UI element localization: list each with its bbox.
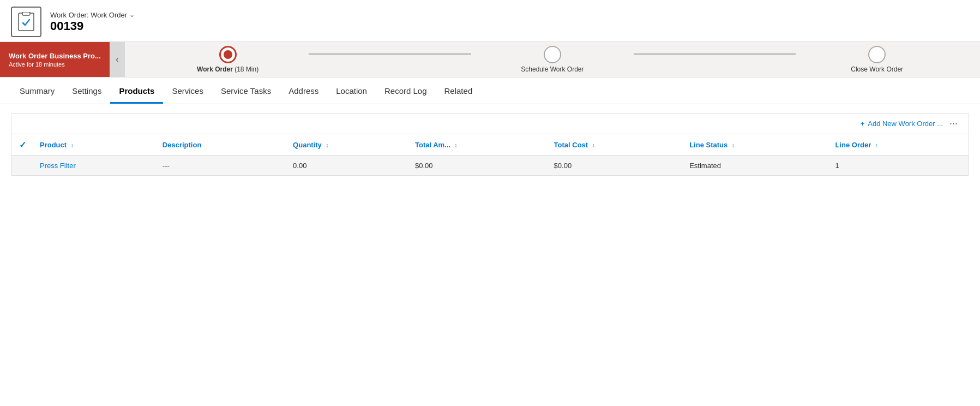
row-product-cell[interactable]: Press Filter: [33, 156, 156, 176]
table-header-row: ✓ Product ↕ Description Quantity ↕ Total: [11, 134, 969, 156]
header-number: 00139: [50, 19, 135, 33]
row-total-cost-cell: $0.00: [548, 156, 683, 176]
bpf-stage-work-order[interactable]: Work Order (18 Min): [147, 46, 309, 73]
products-table: ✓ Product ↕ Description Quantity ↕ Total: [11, 134, 969, 175]
row-quantity-cell: 0.00: [286, 156, 408, 176]
table-toolbar: + Add New Work Order ... ···: [11, 114, 969, 134]
bpf-label-schedule: Schedule Work Order: [521, 65, 584, 73]
tab-location[interactable]: Location: [327, 80, 376, 104]
svg-rect-0: [19, 13, 34, 31]
tab-service-tasks[interactable]: Service Tasks: [212, 80, 280, 104]
work-order-icon: [11, 7, 41, 37]
col-description[interactable]: Description: [156, 134, 286, 156]
col-line-order[interactable]: Line Order ↑: [828, 134, 969, 156]
tab-summary[interactable]: Summary: [11, 80, 63, 104]
tab-products[interactable]: Products: [110, 80, 163, 104]
bpf-circle-close: [868, 46, 886, 63]
sort-total-cost-icon[interactable]: ↕: [592, 142, 595, 148]
chevron-down-icon[interactable]: ⌄: [129, 11, 135, 19]
row-select-cell[interactable]: [11, 156, 33, 176]
products-table-container: + Add New Work Order ... ··· ✓ Product ↕…: [11, 113, 969, 176]
sort-line-order-icon[interactable]: ↑: [875, 142, 878, 148]
bpf-active-subtitle: Active for 18 minutes: [9, 61, 101, 68]
svg-rect-1: [22, 12, 30, 15]
row-total-amount-cell: $0.00: [408, 156, 548, 176]
col-quantity[interactable]: Quantity ↕: [286, 134, 408, 156]
row-line-order-cell: 1: [828, 156, 969, 176]
add-new-label: Add New Work Order ...: [868, 120, 943, 128]
bpf-stage-schedule[interactable]: Schedule Work Order: [471, 46, 634, 73]
bpf-label-close: Close Work Order: [851, 65, 903, 73]
row-description-cell: ---: [156, 156, 286, 176]
col-total-amount[interactable]: Total Am... ↕: [408, 134, 548, 156]
col-total-cost[interactable]: Total Cost ↕: [548, 134, 683, 156]
table-row: Press Filter --- 0.00 $0.00 $0.00 Estima…: [11, 156, 969, 176]
bpf-line-1: [309, 53, 471, 55]
main-content: + Add New Work Order ... ··· ✓ Product ↕…: [0, 104, 980, 184]
header-subtitle: Work Order: Work Order ⌄: [50, 11, 135, 19]
bpf-label-work-order: Work Order (18 Min): [197, 65, 258, 73]
col-product[interactable]: Product ↕: [33, 134, 156, 156]
select-all-column[interactable]: ✓: [11, 134, 33, 156]
add-new-work-order-button[interactable]: + Add New Work Order ...: [861, 120, 943, 128]
row-line-status-cell: Estimated: [683, 156, 828, 176]
bpf-active-title: Work Order Business Pro...: [9, 52, 101, 60]
tab-record-log[interactable]: Record Log: [376, 80, 436, 104]
bpf-circle-schedule: [544, 46, 561, 63]
tab-settings[interactable]: Settings: [63, 80, 110, 104]
bpf-line-2: [634, 53, 796, 55]
bpf-stages: Work Order (18 Min) Schedule Work Order …: [125, 46, 980, 73]
more-options-button[interactable]: ···: [947, 118, 960, 129]
header-subtitle-text: Work Order: Work Order: [50, 11, 127, 19]
bpf-circle-work-order: [219, 46, 237, 63]
tab-bar: Summary Settings Products Services Servi…: [0, 80, 980, 104]
select-all-checkbox[interactable]: ✓: [19, 140, 26, 150]
sort-quantity-icon[interactable]: ↕: [326, 142, 328, 148]
business-process-flow: Work Order Business Pro... Active for 18…: [0, 41, 980, 77]
product-link[interactable]: Press Filter: [40, 162, 76, 170]
tab-services[interactable]: Services: [163, 80, 212, 104]
header: Work Order: Work Order ⌄ 00139: [0, 0, 980, 41]
plus-icon: +: [861, 120, 865, 128]
sort-product-icon[interactable]: ↕: [71, 142, 74, 148]
tab-address[interactable]: Address: [280, 80, 327, 104]
sort-total-amount-icon[interactable]: ↕: [455, 142, 458, 148]
bpf-active-stage: Work Order Business Pro... Active for 18…: [0, 42, 110, 77]
bpf-collapse-button[interactable]: ‹: [110, 42, 125, 77]
bpf-stage-close[interactable]: Close Work Order: [796, 46, 958, 73]
sort-line-status-icon[interactable]: ↕: [732, 142, 735, 148]
header-title-block: Work Order: Work Order ⌄ 00139: [50, 11, 135, 33]
col-line-status[interactable]: Line Status ↕: [683, 134, 828, 156]
tab-related[interactable]: Related: [436, 80, 482, 104]
